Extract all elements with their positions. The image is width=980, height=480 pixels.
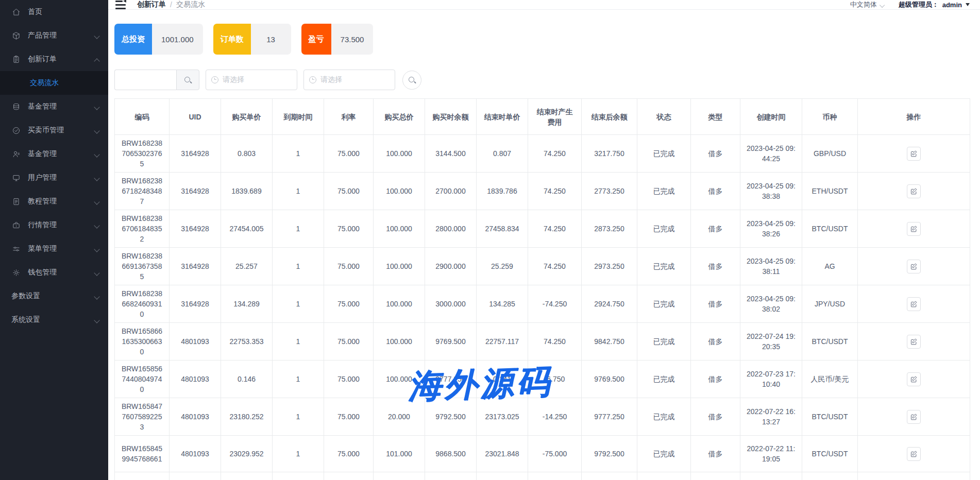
sidebar-item-label: 菜单管理 <box>28 244 95 253</box>
chevron-down-icon <box>95 33 100 38</box>
cell-uid: 4801093 <box>170 361 221 398</box>
clock-icon <box>211 76 218 83</box>
sidebar-item-2[interactable]: 产品管理 <box>0 24 108 47</box>
breadcrumb-parent[interactable]: 创新订单 <box>137 0 166 9</box>
cell-action <box>858 361 970 398</box>
cell-code: BRW16586616353006630 <box>115 323 170 361</box>
language-selector[interactable]: 中文简体 <box>850 0 885 9</box>
cell-end_fee: 74.250 <box>528 210 582 248</box>
topbar-right: 中文简体 超级管理员： admin <box>850 0 970 9</box>
cell-coin: BTC/USDT <box>802 210 858 248</box>
edit-button[interactable] <box>907 222 921 236</box>
language-label: 中文简体 <box>850 0 877 9</box>
sidebar-item-4[interactable]: 基金管理 <box>0 95 108 118</box>
cell-code: BRW16584776075892253 <box>115 398 170 436</box>
cell-type: 借多 <box>691 436 740 472</box>
cell-balance_at_buy: 3000.000 <box>425 285 477 323</box>
cell-coin: 人民币/美元 <box>802 361 858 398</box>
sidebar-item-label: 行情管理 <box>28 220 95 230</box>
cell-uid: 4801093 <box>170 436 221 472</box>
cell-created: 2022-07-22 16:13:27 <box>740 398 802 436</box>
sidebar-item-10[interactable]: 菜单管理 <box>0 237 108 261</box>
cell-balance_after: 9777.250 <box>582 398 637 436</box>
sidebar-item-5[interactable]: 买卖币管理 <box>0 118 108 142</box>
sidebar-item-9[interactable]: 行情管理 <box>0 213 108 237</box>
cell-uid: 3164928 <box>170 210 221 248</box>
main-area: 创新订单 / 交易流水 中文简体 超级管理员： admin 总投资1001.00… <box>108 0 980 480</box>
sidebar-item-6[interactable]: 基金管理 <box>0 142 108 166</box>
collapse-menu-icon[interactable] <box>115 0 127 9</box>
cell-end_price: 27458.834 <box>477 210 528 248</box>
sidebar-item-3[interactable]: 创新订单 <box>0 47 108 71</box>
cell-balance_at_buy: 2700.000 <box>425 173 477 210</box>
cell-type: 借多 <box>691 398 740 436</box>
cell-buy_total: 20.000 <box>374 398 425 436</box>
cell-uid: 3164928 <box>170 173 221 210</box>
sidebar-subitem-active[interactable]: 交易流水 <box>0 71 108 95</box>
edit-button[interactable] <box>907 372 921 386</box>
cell-rate: 75.000 <box>324 436 374 472</box>
edit-icon <box>910 450 918 458</box>
search-submit-button[interactable] <box>402 71 421 90</box>
chevron-down-icon <box>95 151 100 157</box>
column-header: 结束后余额 <box>582 99 637 135</box>
cell-status: 已完成 <box>637 135 691 173</box>
cell-end_fee: 74.250 <box>528 135 582 173</box>
sidebar-item-8[interactable]: 教程管理 <box>0 190 108 213</box>
search-icon <box>408 76 416 84</box>
breadcrumb-separator: / <box>170 1 172 9</box>
edit-button[interactable] <box>907 297 921 311</box>
edit-button[interactable] <box>907 447 921 461</box>
table-row: BRW16823867061848352316492827454.005175.… <box>115 210 970 248</box>
stat-cards: 总投资1001.000订单数13盈亏73.500 <box>114 24 974 55</box>
cell-coin: AG <box>802 248 858 285</box>
date-start-placeholder: 请选择 <box>223 75 244 84</box>
keyword-input[interactable] <box>114 70 176 90</box>
date-start-picker[interactable]: 请选择 <box>206 70 297 90</box>
edit-button[interactable] <box>907 184 921 198</box>
search-icon <box>184 76 192 84</box>
cell-created: 2022-07-23 17:10:40 <box>740 361 802 398</box>
cell-type: 借多 <box>691 361 740 398</box>
sidebar-item-7[interactable]: 用户管理 <box>0 166 108 190</box>
edit-button[interactable] <box>907 147 921 161</box>
cell-coin: JPY/USD <box>802 285 858 323</box>
table-row: BRW16584776075892253480109323180.252175.… <box>115 398 970 436</box>
cell-balance_after: 2773.250 <box>582 173 637 210</box>
column-header: 状态 <box>637 99 691 135</box>
column-header: 操作 <box>858 99 970 135</box>
cell-rate: 75.000 <box>324 135 374 173</box>
cell-buy_total: 100.000 <box>374 173 425 210</box>
column-header: 创建时间 <box>740 99 802 135</box>
date-end-picker[interactable]: 请选择 <box>303 70 395 90</box>
cell-balance_after: 9792.500 <box>582 436 637 472</box>
cell-end_price: 0.807 <box>477 135 528 173</box>
chevron-down-icon <box>95 246 100 251</box>
cell-end_fee: -75.000 <box>528 436 582 472</box>
chevron-down-icon <box>95 294 100 299</box>
stat-label: 盈亏 <box>301 24 331 55</box>
column-header: 利率 <box>324 99 374 135</box>
cell-created: 2023-04-25 09:38:11 <box>740 248 802 285</box>
cell-balance_at_buy: 9769.500 <box>425 323 477 361</box>
sidebar-item-1[interactable]: 首页 <box>0 0 108 24</box>
edit-icon <box>910 413 918 421</box>
sidebar-item-13[interactable]: 系统设置 <box>0 308 108 332</box>
cell-action <box>858 436 970 472</box>
caret-down-icon <box>966 3 970 6</box>
cell-action <box>858 210 970 248</box>
edit-button[interactable] <box>907 410 921 424</box>
cell-balance_at_buy: 9777.250 <box>425 361 477 398</box>
sidebar-item-12[interactable]: 参数设置 <box>0 284 108 308</box>
cell-uid: 4801093 <box>170 323 221 361</box>
edit-icon <box>910 375 918 383</box>
edit-button[interactable] <box>907 260 921 273</box>
edit-icon <box>910 187 918 195</box>
sidebar-item-11[interactable]: 钱包管理 <box>0 261 108 284</box>
cell-buy_price: 0.146 <box>221 361 273 398</box>
user-menu[interactable]: 超级管理员： admin <box>899 0 970 9</box>
keyword-search-button[interactable] <box>176 70 199 90</box>
cell-created: 2022-07-22 11:19:05 <box>740 436 802 472</box>
edit-button[interactable] <box>907 335 921 349</box>
cell-uid: 3164928 <box>170 285 221 323</box>
